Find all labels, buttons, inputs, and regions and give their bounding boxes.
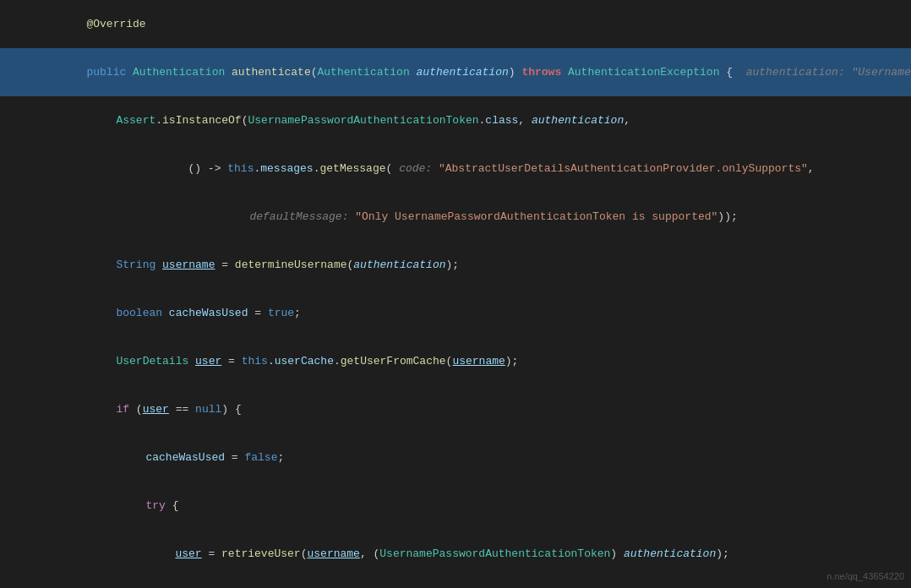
class-ref: class — [485, 114, 518, 127]
hint-default-msg: defaultMessage: — [249, 210, 348, 223]
method-getmessage: getMessage — [320, 162, 386, 175]
keyword-public: public — [86, 66, 133, 79]
param-auth3: authentication — [624, 547, 716, 560]
var-cache-was-used2: cacheWasUsed — [145, 451, 225, 464]
line-content: user = retrieveUser(username, (UsernameP… — [30, 530, 911, 578]
field-usercache: userCache — [275, 355, 334, 368]
keyword-string: String — [116, 259, 162, 271]
string-only-supported: "Only UsernamePasswordAuthenticationToke… — [355, 210, 717, 223]
line-content: defaultMessage: "Only UsernamePasswordAu… — [30, 193, 911, 241]
var-cache-was-used: cacheWasUsed — [169, 307, 248, 319]
code-line: if (user == null) { — [0, 385, 911, 433]
param-username3: username — [307, 547, 359, 560]
line-content: @Override — [30, 0, 911, 48]
line-content: cacheWasUsed = false; — [30, 433, 911, 482]
line-content: boolean cacheWasUsed = true; — [30, 289, 911, 337]
method-retrieveuser: retrieveUser — [221, 547, 301, 560]
val-true: true — [268, 307, 294, 319]
var-user: user — [195, 355, 221, 368]
type-auth-param: Authentication — [318, 66, 417, 79]
line-content: if (user == null) { — [30, 385, 911, 433]
method-authenticate: authenticate — [232, 66, 311, 79]
line-content: UserDetails user = this.userCache.getUse… — [30, 337, 911, 385]
keyword-this2: this — [242, 355, 268, 368]
type-userdetails: UserDetails — [116, 355, 188, 368]
throws-keyword: throws — [521, 66, 561, 79]
code-line: cacheWasUsed = false; — [0, 433, 911, 482]
type-upat2: UsernamePasswordAuthenticationToken — [379, 547, 610, 560]
type-upat: UsernamePasswordAuthenticationToken — [248, 114, 478, 127]
hint-code: code: — [399, 162, 432, 175]
code-line: user = retrieveUser(username, (UsernameP… — [0, 530, 911, 578]
line-content: } — [30, 578, 911, 588]
hint-text: authentication: "UsernamePasswo — [733, 66, 911, 79]
code-line: defaultMessage: "Only UsernamePasswordAu… — [0, 193, 911, 241]
param-username2: username — [452, 355, 505, 368]
code-line: UserDetails user = this.userCache.getUse… — [0, 337, 911, 385]
code-line: public Authentication authenticate(Authe… — [0, 48, 911, 96]
keyword-this: this — [227, 162, 254, 175]
type-authentication: Authentication — [133, 66, 232, 79]
keyword-boolean: boolean — [116, 307, 168, 319]
string-onlysupports: "AbstractUserDetailsAuthenticationProvid… — [439, 162, 808, 175]
var-user3: user — [175, 547, 201, 560]
line-content: try { — [30, 482, 911, 530]
code-line: @Override — [0, 0, 911, 48]
code-editor: @Override public Authentication authenti… — [0, 0, 911, 588]
watermark: n.ne/qq_43654220 — [826, 571, 904, 581]
code-line: try { — [0, 482, 911, 530]
type-auth-exception: AuthenticationException — [568, 66, 719, 79]
line-content: () -> this.messages.getMessage( code: "A… — [30, 144, 911, 193]
code-line: () -> this.messages.getMessage( code: "A… — [0, 144, 911, 193]
code-line: Assert.isInstanceOf(UsernamePasswordAuth… — [0, 96, 911, 144]
field-messages: messages — [260, 162, 313, 175]
val-false: false — [244, 451, 277, 464]
code-line: String username = determineUsername(auth… — [0, 241, 911, 289]
code-line: boolean cacheWasUsed = true; — [0, 289, 911, 337]
method-getuserfromcache: getUserFromCache — [341, 355, 446, 368]
param-authentication: authentication — [417, 66, 509, 79]
param-auth: authentication — [532, 114, 624, 127]
code-lines: @Override public Authentication authenti… — [0, 0, 911, 588]
type-assert: Assert — [116, 114, 155, 127]
method-determine-username: determineUsername — [235, 259, 347, 271]
code-line: } — [0, 578, 911, 588]
keyword-try: try — [145, 499, 165, 512]
line-content: public Authentication authenticate(Authe… — [30, 48, 911, 96]
keyword-null: null — [195, 403, 221, 416]
keyword-if: if — [116, 403, 129, 416]
line-content: String username = determineUsername(auth… — [30, 241, 911, 289]
annotation: @Override — [86, 18, 145, 30]
method-isinstance: isInstanceOf — [162, 114, 242, 127]
param-auth2: authentication — [353, 259, 445, 271]
line-content: Assert.isInstanceOf(UsernamePasswordAuth… — [30, 96, 911, 144]
var-username: username — [162, 259, 215, 271]
var-user2: user — [143, 403, 169, 416]
